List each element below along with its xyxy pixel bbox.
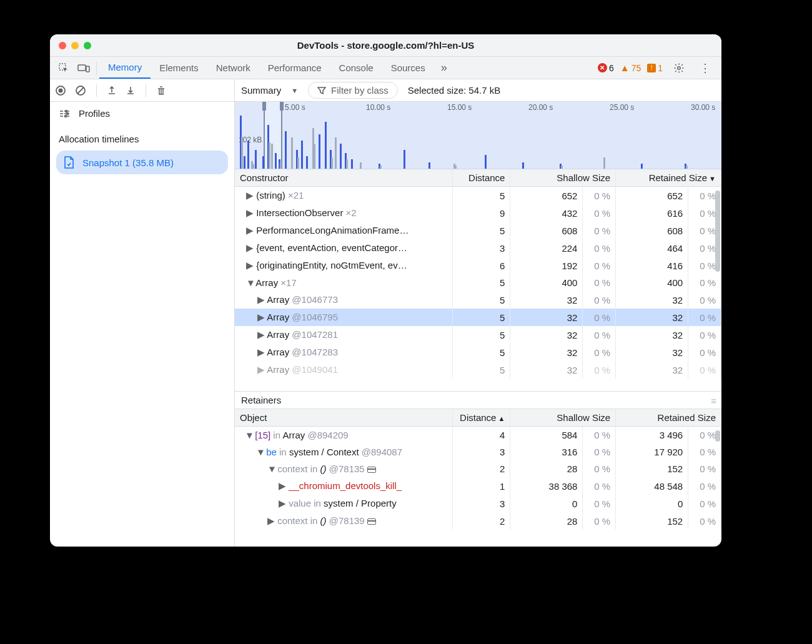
- issue-count[interactable]: !1: [647, 63, 663, 73]
- table-row[interactable]: ▶ PerformanceLongAnimationFrame…56080 %6…: [235, 222, 721, 239]
- ret-col-object[interactable]: Object: [235, 409, 452, 427]
- timeline-tick: 15.00 s: [447, 103, 472, 112]
- table-row[interactable]: ▶ Array @10490415320 %320 %: [235, 361, 721, 379]
- col-shallow[interactable]: Shallow Size: [510, 169, 616, 187]
- col-retained[interactable]: Retained Size: [616, 169, 721, 187]
- close-icon[interactable]: [59, 42, 66, 49]
- sidebar: Profiles Allocation timelines Snapshot 1…: [50, 79, 235, 547]
- retainers-header: Retainers ≡: [235, 392, 721, 409]
- svg-point-3: [678, 66, 681, 69]
- table-row[interactable]: ▶ IntersectionObserver ×294320 %6160 %: [235, 204, 721, 222]
- profile-toolbar: [50, 79, 234, 102]
- tab-network[interactable]: Network: [207, 57, 259, 79]
- retainers-scrollbar[interactable]: [715, 430, 720, 442]
- table-row[interactable]: ▶ Array @10467955320 %320 %: [235, 309, 721, 326]
- warning-count[interactable]: ▲75: [620, 62, 641, 73]
- retainers-grid[interactable]: Object Distance Shallow Size Retained Si…: [235, 409, 721, 547]
- profiles-header[interactable]: Profiles: [50, 102, 234, 125]
- table-row[interactable]: ▶ {originatingEntity, noGtmEvent, ev…619…: [235, 257, 721, 274]
- table-row[interactable]: ▶ Array @10472815320 %320 %: [235, 326, 721, 344]
- col-distance[interactable]: Distance: [452, 169, 510, 187]
- main-toolbar: Summary▼ Filter by class Selected size: …: [235, 79, 721, 102]
- window-icon: [367, 467, 376, 473]
- tab-memory[interactable]: Memory: [99, 57, 151, 79]
- traffic-lights: [59, 42, 91, 49]
- table-row[interactable]: ▼ be in system / Context @89408733160 %1…: [235, 443, 721, 460]
- minimize-icon[interactable]: [71, 42, 79, 49]
- table-row[interactable]: ▼ [15] in Array @89420945840 %3 4960 %: [235, 427, 721, 444]
- inspect-icon[interactable]: [54, 57, 74, 79]
- constructor-grid[interactable]: Constructor Distance Shallow Size Retain…: [235, 169, 721, 392]
- devtools-window: DevTools - store.google.com/?hl=en-US Me…: [50, 34, 721, 547]
- svg-rect-1: [78, 65, 86, 71]
- retainers-menu-icon[interactable]: ≡: [711, 395, 716, 406]
- panel-tabbar: MemoryElementsNetworkPerformanceConsoleS…: [50, 57, 721, 79]
- ret-col-shallow[interactable]: Shallow Size: [510, 409, 616, 427]
- window-title: DevTools - store.google.com/?hl=en-US: [50, 40, 721, 51]
- table-row[interactable]: ▶ {event, eventAction, eventCategor…3224…: [235, 239, 721, 257]
- timeline-tick: 25.00 s: [610, 103, 634, 112]
- table-row[interactable]: ▶ value in system / Property300 %00 %: [235, 495, 721, 512]
- class-filter-input[interactable]: Filter by class: [308, 82, 398, 99]
- tab-sources[interactable]: Sources: [382, 57, 434, 79]
- svg-point-5: [59, 88, 63, 92]
- tab-elements[interactable]: Elements: [151, 57, 207, 79]
- timeline-tick: 5.00 s: [285, 103, 305, 112]
- timeline-tick: 20.00 s: [528, 103, 553, 112]
- load-icon[interactable]: [107, 86, 117, 96]
- selected-size-label: Selected size: 54.7 kB: [408, 85, 500, 96]
- grid-scrollbar[interactable]: [715, 191, 720, 272]
- allocation-timeline[interactable]: 5.00 s10.00 s15.00 s20.00 s25.00 s30.00 …: [235, 102, 721, 169]
- tab-console[interactable]: Console: [330, 57, 382, 79]
- table-row[interactable]: ▶ Array @10472835320 %320 %: [235, 344, 721, 361]
- table-row[interactable]: ▶ context in () @781392280 %1520 %: [235, 512, 721, 530]
- window-icon: [367, 518, 376, 525]
- timeline-tick: 10.00 s: [366, 103, 390, 112]
- kebab-menu-icon[interactable]: ⋮: [695, 61, 715, 75]
- clear-icon[interactable]: [75, 85, 86, 96]
- device-toggle-icon[interactable]: [74, 57, 94, 79]
- save-icon[interactable]: [126, 86, 136, 96]
- titlebar: DevTools - store.google.com/?hl=en-US: [50, 34, 721, 57]
- allocation-timelines-heading: Allocation timelines: [50, 125, 234, 148]
- more-tabs-icon[interactable]: »: [434, 57, 454, 79]
- tab-performance[interactable]: Performance: [259, 57, 330, 79]
- svg-line-7: [77, 87, 84, 94]
- sidebar-item-snapshot[interactable]: Snapshot 1 (35.8 MB): [56, 151, 228, 174]
- ret-col-retained[interactable]: Retained Size: [616, 409, 721, 427]
- table-row[interactable]: ▼ context in () @781352280 %1520 %: [235, 460, 721, 477]
- table-row[interactable]: ▼ Array ×1754000 %4000 %: [235, 274, 721, 291]
- col-constructor[interactable]: Constructor: [235, 169, 452, 187]
- zoom-icon[interactable]: [84, 42, 91, 49]
- profiles-label: Profiles: [79, 108, 110, 119]
- timeline-tick: 30.00 s: [691, 103, 715, 112]
- table-row[interactable]: ▶ __chromium_devtools_kill_138 3680 %48 …: [235, 477, 721, 495]
- gc-icon[interactable]: [156, 85, 166, 96]
- settings-icon[interactable]: [669, 62, 689, 74]
- error-count[interactable]: ✕6: [598, 63, 614, 73]
- snapshot-label: Snapshot 1 (35.8 MB): [82, 157, 174, 168]
- view-dropdown[interactable]: Summary▼: [241, 85, 298, 96]
- table-row[interactable]: ▶ Array @10467735320 %320 %: [235, 291, 721, 309]
- main-panel: Summary▼ Filter by class Selected size: …: [235, 79, 721, 547]
- ret-col-distance[interactable]: Distance: [452, 409, 510, 427]
- record-icon[interactable]: [55, 85, 66, 96]
- table-row[interactable]: ▶ (string) ×2156520 %6520 %: [235, 187, 721, 205]
- svg-rect-2: [86, 66, 89, 72]
